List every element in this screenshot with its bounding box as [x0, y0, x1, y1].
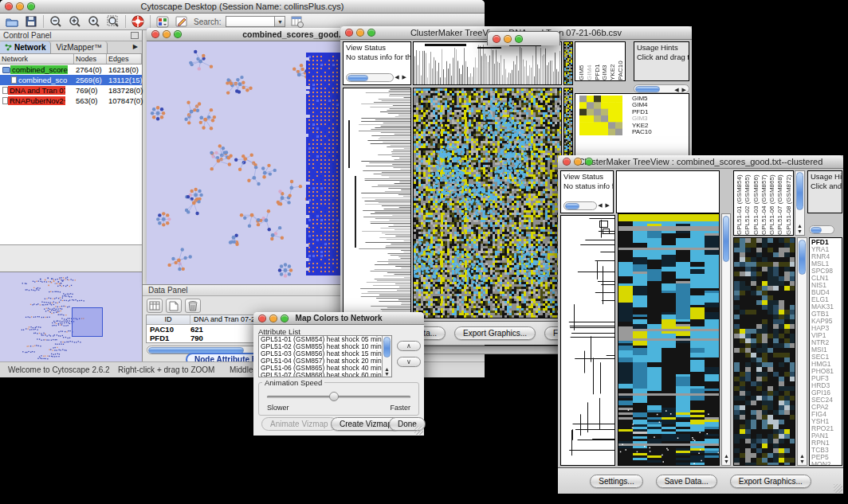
scroll-arrows[interactable]: ◀ ▶ [395, 74, 407, 80]
column-label[interactable]: YKE2 [609, 42, 617, 80]
help-lifering-icon[interactable] [131, 15, 145, 28]
col-header-network[interactable]: Network [0, 54, 74, 64]
column-label[interactable]: GPL51-06 (GSM865) [768, 171, 776, 235]
column-label[interactable]: GPL51-02 (GSM855) [744, 171, 752, 235]
array-dendrogram-pane[interactable] [413, 41, 562, 85]
float-panel-icon[interactable] [131, 32, 139, 39]
attribute-list-scrollbar[interactable]: ▲▼ [382, 336, 391, 377]
zoom-button[interactable] [515, 35, 523, 43]
column-label[interactable]: GPL51-07 (GSM868) [776, 171, 784, 235]
new-attribute-icon[interactable] [166, 299, 182, 313]
attribute-list-item[interactable]: GPL51-07 (GSM868) heat shock 60 min [259, 372, 391, 377]
zoom-button[interactable] [27, 2, 35, 10]
zoom-button[interactable] [367, 29, 375, 37]
zoom-out-icon[interactable] [49, 15, 63, 28]
import-table-icon[interactable] [290, 15, 304, 28]
open-file-icon[interactable] [5, 15, 19, 28]
zoom-button[interactable] [281, 315, 289, 322]
save-icon[interactable] [24, 15, 38, 28]
network-list-row[interactable]: combined_scores 2764(0) 16218(0) [0, 64, 142, 75]
hidden-window-titlebar[interactable] [487, 31, 560, 45]
treeview2-action-button[interactable]: Save Data... [656, 475, 717, 488]
gene-label[interactable]: MON2 [811, 461, 842, 466]
minimize-button[interactable] [16, 2, 24, 10]
slider-thumb[interactable] [329, 392, 339, 401]
zoom-heatmap-canvas[interactable] [734, 238, 795, 465]
gene-dendrogram-canvas[interactable] [344, 88, 410, 318]
tab-vizmapper[interactable]: VizMapper™ [51, 41, 108, 53]
network-overview-canvas[interactable] [0, 272, 142, 361]
tab-overflow-arrow[interactable]: ▶ [129, 41, 142, 53]
search-input[interactable] [226, 16, 275, 27]
network-list-row[interactable]: DNA and Tran 07 769(0) 183728(0) [0, 85, 142, 96]
column-label[interactable]: PAC10 [617, 42, 625, 80]
treeview1-action-button[interactable]: Export Graphics... [454, 326, 536, 340]
close-button[interactable] [5, 2, 13, 10]
gene-dendrogram-pane[interactable] [560, 215, 615, 466]
col-header-id[interactable]: ID [147, 315, 190, 324]
zoom-selected-icon[interactable] [87, 15, 101, 28]
column-label[interactable]: GPL51-03 (GSM856) [752, 171, 760, 235]
move-up-button[interactable]: ∧ [397, 341, 421, 351]
column-label[interactable]: GPL51-04 (GSM857) [760, 171, 768, 235]
treeview2-action-button[interactable]: Settings... [590, 475, 642, 488]
view-status-scrollbar[interactable] [563, 201, 597, 210]
zoom-in-icon[interactable] [68, 15, 82, 28]
global-heatmap-canvas[interactable] [618, 214, 719, 465]
zoom-fit-icon[interactable] [106, 15, 120, 28]
col-header-edges[interactable]: Edges [107, 54, 142, 64]
global-strip-top[interactable] [563, 41, 573, 85]
global-heatmap-pane[interactable] [413, 88, 562, 318]
column-label[interactable]: GIM4 [586, 42, 594, 80]
column-labels-scrollbar[interactable]: ▲▼ [795, 170, 805, 236]
column-label[interactable]: GIM5 [578, 42, 586, 80]
search-dropdown-arrow[interactable]: ▼ [275, 16, 285, 27]
move-down-button[interactable]: ∨ [397, 357, 421, 367]
zoom-heatmap-pane[interactable] [733, 237, 795, 466]
zoom-pane-hscrollbar[interactable]: ◀ ▶ [634, 84, 689, 93]
column-label[interactable]: PFD1 [594, 42, 602, 80]
resize-handle[interactable] [834, 484, 842, 493]
network-list-row[interactable]: RNAPuberNov2+! 563(0) 107847(0) [0, 96, 142, 106]
network-list-row[interactable]: combined_sco 2569(6) 13112(15) [0, 75, 142, 85]
close-button[interactable] [493, 35, 501, 43]
close-button[interactable] [151, 30, 159, 38]
usage-hints-scrollbar[interactable] [809, 225, 834, 234]
global-heatmap-pane[interactable] [618, 213, 720, 466]
animation-speed-slider[interactable] [267, 396, 410, 398]
gene-dendrogram-pane[interactable] [343, 88, 411, 318]
annotation-icon[interactable] [175, 15, 189, 28]
delete-attribute-icon[interactable] [185, 299, 201, 313]
tab-network[interactable]: Network [0, 41, 51, 53]
close-button[interactable] [258, 315, 266, 322]
global-heatmap-scrollbar[interactable]: ▲▼ [721, 213, 731, 466]
main-titlebar[interactable]: Cytoscape Desktop (Session Name: collins… [0, 0, 485, 14]
minimize-button[interactable] [269, 315, 277, 322]
column-label[interactable]: GIM3 [601, 42, 609, 80]
column-label[interactable]: GPL51-01 (GSM854) [736, 171, 744, 235]
zoom-heatmap-scrollbar[interactable]: ▲▼ [797, 237, 807, 466]
col-header-nodes[interactable]: Nodes [74, 54, 107, 64]
attribute-select-icon[interactable] [147, 299, 163, 313]
close-button[interactable] [345, 29, 353, 37]
close-button[interactable] [563, 158, 571, 166]
row-label[interactable]: PAC10 [632, 129, 652, 135]
minimize-button[interactable] [163, 30, 171, 38]
resize-handle[interactable] [414, 426, 423, 435]
scroll-arrows[interactable]: ◀ ▶ [598, 202, 610, 209]
global-heatmap-canvas[interactable] [414, 88, 561, 318]
gene-dendrogram-canvas[interactable] [561, 216, 614, 465]
dialog-titlebar[interactable]: Map Colors to Network [253, 312, 424, 325]
animate-vizmap-button[interactable]: Animate Vizmap [261, 417, 337, 431]
zoom-button[interactable] [174, 30, 182, 38]
global-strip-top-canvas[interactable] [564, 42, 572, 84]
minimize-button[interactable] [356, 29, 364, 37]
treeview2-action-button[interactable]: Export Graphics... [730, 475, 811, 488]
minimize-button[interactable] [574, 158, 582, 166]
view-status-scrollbar[interactable] [346, 73, 394, 82]
zoom-button[interactable] [585, 158, 593, 166]
treeview2-titlebar[interactable]: ClusterMaker TreeView : combined_scores_… [558, 155, 843, 169]
array-dendrogram-canvas[interactable] [414, 42, 561, 84]
array-dendrogram-pane[interactable] [616, 170, 720, 213]
vizmap-icon[interactable] [155, 15, 170, 28]
